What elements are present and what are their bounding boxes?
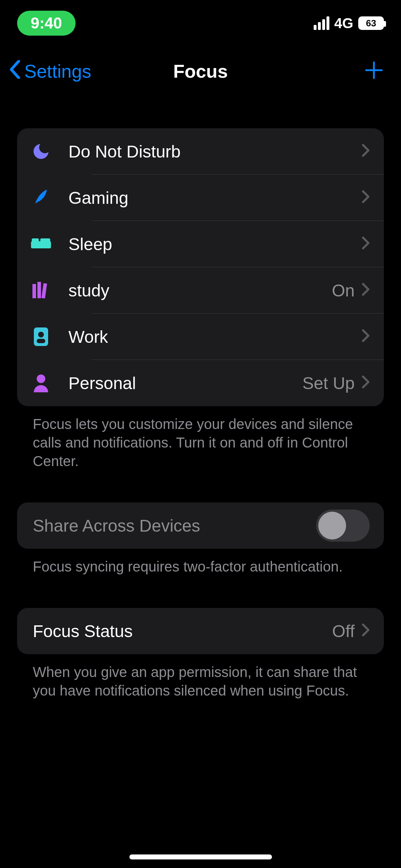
focus-status-group: Focus Status Off [17, 608, 384, 654]
focus-modes-footer: Focus lets you customize your devices an… [17, 406, 384, 470]
focus-status-row[interactable]: Focus Status Off [17, 608, 384, 654]
nav-bar: Settings Focus [0, 46, 401, 96]
moon-icon [29, 141, 53, 161]
network-label: 4G [334, 15, 353, 31]
add-button[interactable] [364, 46, 384, 96]
back-button[interactable]: Settings [9, 46, 91, 96]
chevron-right-icon [362, 622, 370, 640]
svg-rect-1 [32, 238, 39, 242]
focus-row-label: Personal [68, 373, 302, 393]
back-label: Settings [24, 61, 91, 82]
status-bar: 9:40 4G 63 [0, 0, 401, 46]
share-group: Share Across Devices [17, 502, 384, 549]
chevron-right-icon [362, 189, 370, 207]
home-indicator[interactable] [129, 854, 272, 859]
focus-row-work[interactable]: Work [17, 314, 384, 360]
chevron-right-icon [362, 281, 370, 299]
focus-row-value: On [332, 281, 355, 300]
chevron-right-icon [362, 143, 370, 160]
page-title: Focus [173, 61, 228, 82]
focus-status-label: Focus Status [33, 621, 332, 641]
share-footer: Focus syncing requires two-factor authen… [17, 549, 384, 576]
battery-percent: 63 [366, 18, 376, 29]
svg-point-7 [38, 332, 44, 337]
badge-icon [29, 327, 53, 347]
focus-row-label: Sleep [68, 234, 355, 254]
svg-point-9 [37, 374, 45, 383]
status-time-pill[interactable]: 9:40 [17, 11, 76, 36]
share-across-devices-row: Share Across Devices [17, 502, 384, 549]
battery-icon: 63 [358, 16, 384, 30]
svg-rect-4 [37, 282, 41, 298]
person-icon [29, 374, 53, 392]
content: Do Not Disturb Gaming Sleep [0, 96, 401, 700]
focus-row-gaming[interactable]: Gaming [17, 175, 384, 221]
focus-row-do-not-disturb[interactable]: Do Not Disturb [17, 128, 384, 175]
toggle-knob [318, 512, 346, 539]
rocket-icon [29, 188, 53, 208]
share-toggle[interactable] [316, 510, 370, 542]
status-time: 9:40 [31, 14, 62, 32]
chevron-right-icon [362, 374, 370, 392]
focus-row-label: Work [68, 327, 355, 347]
svg-rect-0 [31, 241, 51, 248]
chevron-right-icon [362, 328, 370, 346]
svg-rect-3 [32, 284, 36, 298]
cellular-signal-icon [314, 16, 329, 30]
share-label: Share Across Devices [33, 516, 316, 536]
books-icon [29, 281, 53, 300]
svg-rect-5 [41, 283, 47, 299]
plus-icon [364, 57, 384, 86]
status-right: 4G 63 [314, 15, 384, 31]
focus-row-sleep[interactable]: Sleep [17, 221, 384, 267]
svg-rect-8 [37, 339, 45, 343]
focus-row-value: Set Up [302, 373, 355, 393]
focus-status-value: Off [332, 621, 355, 641]
focus-status-footer: When you give an app permission, it can … [17, 654, 384, 700]
focus-row-label: Do Not Disturb [68, 142, 355, 161]
bed-icon [29, 237, 53, 251]
focus-row-study[interactable]: study On [17, 267, 384, 314]
chevron-left-icon [9, 59, 21, 84]
chevron-right-icon [362, 235, 370, 253]
svg-rect-2 [40, 238, 50, 242]
focus-row-label: study [68, 281, 332, 300]
focus-row-label: Gaming [68, 188, 355, 208]
focus-row-personal[interactable]: Personal Set Up [17, 360, 384, 406]
focus-modes-group: Do Not Disturb Gaming Sleep [17, 128, 384, 406]
